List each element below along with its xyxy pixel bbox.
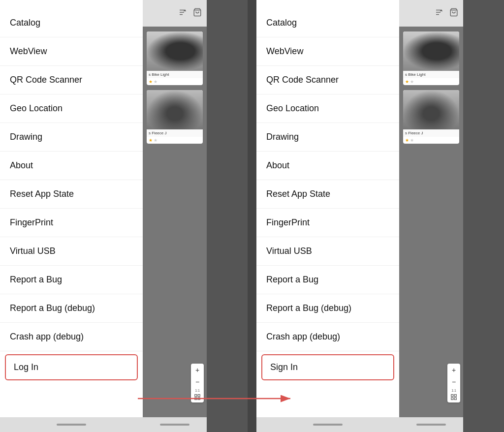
left-menu-report-bug[interactable]: Report a Bug bbox=[0, 266, 143, 294]
right-preview-header bbox=[399, 0, 463, 27]
left-bottom-bar bbox=[0, 417, 143, 432]
right-zoom-ratio: 1:1 bbox=[451, 388, 456, 393]
left-zoom-fit[interactable] bbox=[194, 394, 201, 401]
left-bike-stars: ★★ bbox=[147, 78, 203, 85]
right-bike-stars: ★★ bbox=[403, 78, 459, 85]
right-menu-about[interactable]: About bbox=[256, 152, 399, 180]
left-menu-catalog[interactable]: Catalog bbox=[0, 9, 143, 37]
right-menu-geo[interactable]: Geo Location bbox=[256, 94, 399, 123]
right-menu-drawing[interactable]: Drawing bbox=[256, 123, 399, 152]
svg-rect-7 bbox=[198, 398, 200, 400]
right-zoom-out[interactable]: − bbox=[448, 376, 459, 387]
svg-rect-17 bbox=[454, 398, 456, 400]
sort-icon bbox=[178, 8, 187, 19]
right-zoom-fit[interactable] bbox=[450, 394, 457, 401]
left-menu-reset[interactable]: Reset App State bbox=[0, 180, 143, 209]
right-side-panel: Catalog WebView QR Code Scanner Geo Loca… bbox=[256, 0, 399, 432]
right-menu-fingerprint[interactable]: FingerPrint bbox=[256, 209, 399, 237]
left-menu-crash[interactable]: Crash app (debug) bbox=[0, 323, 143, 351]
left-product-jacket: s Fleece J ★★ bbox=[147, 90, 203, 144]
left-menu-about[interactable]: About bbox=[0, 152, 143, 180]
right-bottom-bar bbox=[256, 417, 399, 432]
right-menu-catalog[interactable]: Catalog bbox=[256, 9, 399, 37]
left-menu-qr[interactable]: QR Code Scanner bbox=[0, 66, 143, 94]
left-panel-set: Catalog WebView QR Code Scanner Geo Loca… bbox=[0, 0, 248, 432]
right-menu-webview[interactable]: WebView bbox=[256, 37, 399, 66]
left-zoom-ratio: 1:1 bbox=[195, 388, 200, 393]
right-menu-signin[interactable]: Sign In bbox=[261, 354, 394, 380]
right-zoom-in[interactable]: + bbox=[448, 365, 459, 375]
right-jacket-image bbox=[403, 90, 459, 129]
left-menu-geo[interactable]: Geo Location bbox=[0, 94, 143, 123]
right-preview-home bbox=[416, 424, 446, 426]
left-jacket-image bbox=[147, 90, 203, 129]
left-app-preview: s Bike Light ★★ s Fleece J ★★ + bbox=[143, 0, 207, 432]
right-home-indicator bbox=[313, 424, 343, 426]
right-menu-report-bug-debug[interactable]: Report a Bug (debug) bbox=[256, 294, 399, 323]
left-zoom-in[interactable]: + bbox=[192, 365, 203, 375]
right-menu-reset[interactable]: Reset App State bbox=[256, 180, 399, 209]
right-jacket-label: s Fleece J bbox=[403, 129, 459, 137]
left-bike-label: s Bike Light bbox=[147, 71, 203, 78]
left-preview-home bbox=[160, 424, 189, 426]
svg-rect-6 bbox=[195, 398, 197, 400]
left-product-bike: s Bike Light ★★ bbox=[147, 31, 203, 85]
right-product-bike: s Bike Light ★★ bbox=[403, 31, 459, 85]
right-preview-content: s Bike Light ★★ s Fleece J ★★ bbox=[399, 27, 463, 417]
left-home-indicator bbox=[57, 424, 86, 426]
right-app-preview: s Bike Light ★★ s Fleece J ★★ + bbox=[399, 0, 463, 432]
right-jacket-stars: ★★ bbox=[403, 137, 459, 144]
right-menu-list: Catalog WebView QR Code Scanner Geo Loca… bbox=[256, 0, 399, 417]
sort-icon-right bbox=[435, 8, 443, 19]
svg-rect-15 bbox=[454, 395, 456, 397]
left-bike-image bbox=[147, 31, 203, 71]
left-menu-webview[interactable]: WebView bbox=[0, 37, 143, 66]
svg-rect-14 bbox=[451, 395, 453, 397]
left-menu-virtualusb[interactable]: Virtual USB bbox=[0, 237, 143, 266]
left-menu-drawing[interactable]: Drawing bbox=[0, 123, 143, 152]
right-menu-crash[interactable]: Crash app (debug) bbox=[256, 323, 399, 351]
svg-rect-4 bbox=[195, 395, 197, 397]
left-menu-login[interactable]: Log In bbox=[5, 354, 138, 380]
right-panel-set: Catalog WebView QR Code Scanner Geo Loca… bbox=[256, 0, 504, 432]
left-jacket-stars: ★★ bbox=[147, 137, 203, 144]
right-bike-label: s Bike Light bbox=[403, 71, 459, 78]
left-menu-fingerprint[interactable]: FingerPrint bbox=[0, 209, 143, 237]
right-product-jacket: s Fleece J ★★ bbox=[403, 90, 459, 144]
cart-icon-right bbox=[449, 8, 458, 19]
right-menu-report-bug[interactable]: Report a Bug bbox=[256, 266, 399, 294]
left-menu-list: Catalog WebView QR Code Scanner Geo Loca… bbox=[0, 0, 143, 417]
svg-rect-5 bbox=[198, 395, 200, 397]
right-bike-image bbox=[403, 31, 459, 71]
cart-icon bbox=[193, 8, 202, 19]
left-preview-header bbox=[143, 0, 207, 27]
right-zoom-controls: + − 1:1 bbox=[447, 364, 460, 402]
right-menu-virtualusb[interactable]: Virtual USB bbox=[256, 237, 399, 266]
right-preview-bottom bbox=[399, 417, 463, 432]
left-zoom-controls: + − 1:1 bbox=[191, 364, 204, 402]
left-zoom-out[interactable]: − bbox=[192, 376, 203, 387]
left-preview-bottom bbox=[143, 417, 207, 432]
left-jacket-label: s Fleece J bbox=[147, 129, 203, 137]
left-side-panel: Catalog WebView QR Code Scanner Geo Loca… bbox=[0, 0, 143, 432]
svg-rect-16 bbox=[451, 398, 453, 400]
center-divider bbox=[248, 0, 256, 432]
right-menu-qr[interactable]: QR Code Scanner bbox=[256, 66, 399, 94]
left-menu-report-bug-debug[interactable]: Report a Bug (debug) bbox=[0, 294, 143, 323]
left-preview-content: s Bike Light ★★ s Fleece J ★★ bbox=[143, 27, 207, 417]
